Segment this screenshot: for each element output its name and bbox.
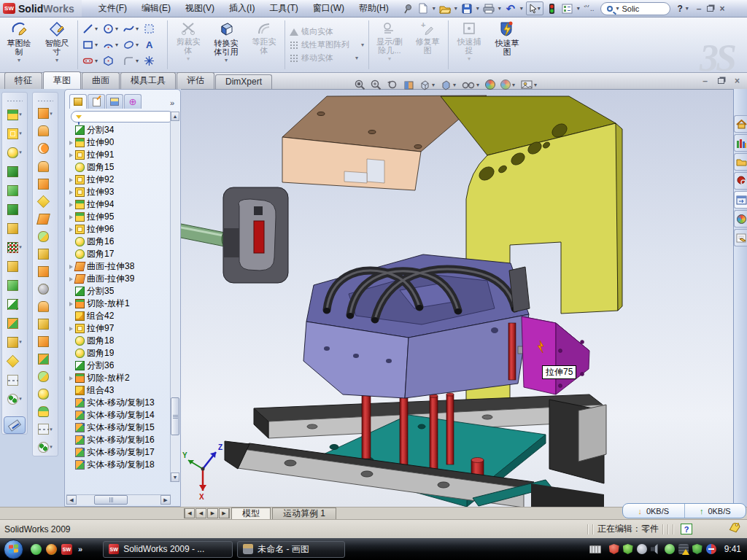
toolbar-button[interactable]: ▾ [33,140,58,158]
feature-tree-item[interactable]: 圆角17 [68,248,180,260]
save-icon[interactable] [460,2,473,15]
caret-icon[interactable]: ▾ [50,427,53,432]
update-icon[interactable] [637,544,647,554]
toolbar-button[interactable]: ▾ [2,370,27,389]
undo-icon[interactable]: ↶ [504,2,517,15]
menu-item[interactable]: 文件(F) [92,0,133,17]
caret-icon[interactable]: ▾ [577,5,580,12]
feature-tree-item[interactable]: 实体-移动/复制17 [68,446,180,459]
toolbar-button[interactable]: ▾ [2,351,27,370]
firewall-icon[interactable] [692,544,703,554]
scroll-thumb[interactable] [171,397,179,435]
toolbar-button[interactable]: ▾ [33,245,58,262]
toolbar-button[interactable]: ▾ [33,333,58,351]
polygon-tool[interactable] [103,53,122,69]
tree-filter-input[interactable] [71,111,174,122]
toolbar-button[interactable]: ▾ [33,158,58,175]
gray-clamp-block[interactable] [223,187,288,283]
expand-arrow-icon[interactable] [69,327,73,331]
scroll-left-button[interactable]: ◀ [66,495,77,505]
appearances-scenes-tab[interactable] [734,210,747,228]
toolbar-button[interactable]: ▾ [2,238,27,257]
input-method-icon[interactable] [589,545,601,553]
menu-item[interactable]: 工具(T) [263,0,304,17]
caret-icon[interactable]: ▾ [498,5,501,12]
menu-item[interactable]: 编辑(E) [135,0,177,17]
resources-tab[interactable] [734,115,747,133]
toolbar-button[interactable]: ▾ [2,124,27,143]
point-tool[interactable] [144,53,163,69]
caret-icon[interactable]: ▾ [19,112,22,117]
help-icon[interactable]: ? [677,4,682,14]
toolbar-button[interactable]: ▾ [2,332,27,351]
close-button[interactable]: × [719,4,724,14]
convert-entities-button[interactable]: 转换实 体引用 ▾ [207,18,245,72]
toolbar-button[interactable]: ▾ [33,210,58,228]
toolbar-button[interactable]: ▾ [33,438,58,456]
caret-icon[interactable]: ▾ [616,5,619,12]
feature-tree-item[interactable]: 圆角16 [68,236,180,248]
caret-icon[interactable]: ▾ [476,5,479,12]
toolbar-button[interactable]: ▾ [33,262,58,280]
file-explorer-tab[interactable] [734,153,747,171]
doc-minimize-button[interactable]: – [703,76,708,86]
sketch-button[interactable]: 草图绘 制 ▾ [0,18,38,72]
display-delete-relations-button[interactable]: 显示/删 除几... ▾ [371,18,409,72]
search-input[interactable]: ▾ Solic [600,2,670,15]
task-button[interactable]: SW SolidWorks 2009 - ... [103,541,233,558]
linear-pattern-button[interactable]: 线性草图阵列▾ [290,39,364,50]
more-tabs-chevron[interactable]: » [167,98,177,109]
previous-view-button[interactable] [387,79,398,90]
menu-item[interactable]: 视图(V) [179,0,221,17]
feature-tree-item[interactable]: 曲面-拉伸39 [68,273,180,285]
options-icon[interactable] [561,2,574,15]
toolbar-button[interactable]: ▾ [2,389,27,408]
feature-tree-item[interactable]: 拉伸94 [68,198,180,211]
scroll-thumb[interactable] [94,495,128,505]
feature-tree-item[interactable]: 实体-移动/复制14 [68,409,180,421]
last-tab-button[interactable]: ▶ [219,508,230,518]
view-orientation-button[interactable]: ▾ [419,79,436,90]
hide-show-items-button[interactable]: ▾ [462,79,480,90]
zoom-area-button[interactable] [371,79,382,90]
download-manager-icon[interactable] [706,544,716,554]
expand-arrow-icon[interactable] [69,203,73,207]
repair-sketch-button[interactable]: + 修复草 图 [409,18,446,72]
model-tab[interactable]: 模型 [231,508,271,519]
feature-tree-item[interactable]: 实体-移动/复制15 [68,421,180,434]
command-tab[interactable]: 曲面 [82,72,120,89]
scene-button[interactable]: ▾ [500,79,516,90]
move-entities-button[interactable]: 移动实体▾ [290,52,364,63]
select-tool-button[interactable]: ▾ [526,1,543,15]
feature-tree-item[interactable]: 拉伸91 [68,149,180,161]
feature-tree-item[interactable]: 分割34 [68,124,180,136]
print-icon[interactable] [482,2,495,15]
feature-tree-item[interactable]: 拉伸93 [68,186,180,198]
toolbar-button[interactable]: ▾ [2,200,27,219]
feature-tree-item[interactable]: 拉伸95 [68,211,180,223]
feature-tree-item[interactable]: 拉伸90 [68,136,180,149]
expand-arrow-icon[interactable] [69,376,73,381]
feature-tree-item[interactable]: 切除-放样1 [68,298,180,310]
toolbar-button[interactable]: ▾ [2,219,27,238]
property-manager-tab[interactable] [88,94,105,109]
quicklaunch-chevron[interactable]: » [78,545,82,553]
red-pin-behind[interactable] [508,323,516,380]
toolbar-button[interactable]: ▾ [2,276,27,295]
design-library-tab[interactable] [734,134,747,152]
section-view-button[interactable] [403,79,414,90]
network-warning-icon[interactable] [678,544,689,554]
menu-item[interactable]: 插入(I) [222,0,261,17]
feature-tree-item[interactable]: 曲面-拉伸38 [68,260,180,273]
search-tab[interactable] [734,172,747,190]
command-tab[interactable]: 评估 [177,72,214,89]
feature-tree-item[interactable]: 圆角18 [68,335,180,347]
menu-item[interactable]: 窗口(W) [306,0,351,17]
expand-arrow-icon[interactable] [69,141,73,145]
task-button[interactable]: 未命名 - 画图 [237,541,345,558]
rectangle-tool[interactable]: ▾ [82,37,101,53]
scroll-down-button[interactable]: ▼ [171,472,179,482]
security-alert-icon[interactable] [609,544,619,554]
selection-box-tool[interactable] [144,21,163,37]
arc-tool[interactable]: ▾ [103,37,122,53]
